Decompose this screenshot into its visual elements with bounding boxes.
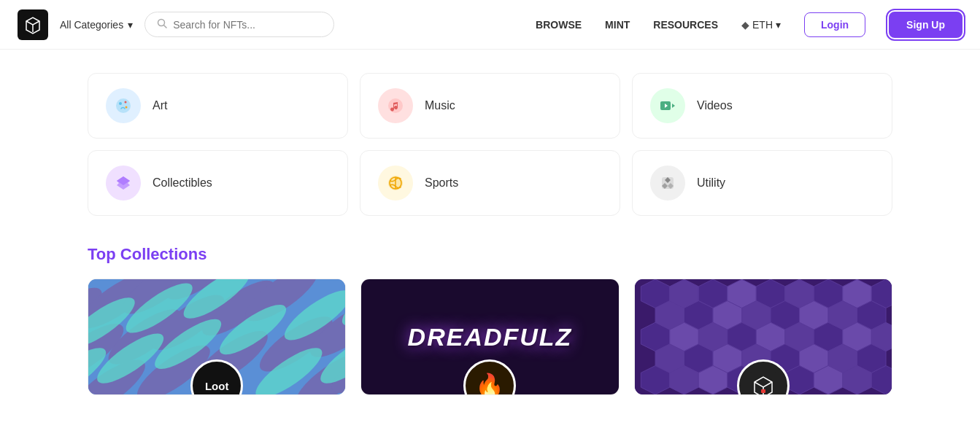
eth-selector[interactable]: ◆ ETH ▾ <box>741 19 781 31</box>
music-icon <box>378 88 413 123</box>
nav-resources[interactable]: RESOURCES <box>653 19 718 31</box>
header: All Categories ▾ BROWSE MINT RESOURCES ◆… <box>0 0 980 50</box>
eth-diamond-icon: ◆ <box>741 19 749 31</box>
chevron-down-icon: ▾ <box>128 19 133 31</box>
signup-button[interactable]: Sign Up <box>889 12 962 38</box>
svg-point-5 <box>119 102 122 105</box>
collectibles-label: Collectibles <box>153 176 212 190</box>
collection-loot[interactable]: Loot <box>88 279 346 395</box>
search-input[interactable] <box>173 19 322 31</box>
art-icon <box>106 88 141 123</box>
collection-dreadfulz[interactable]: DREADFULZ 🔥 <box>360 279 619 395</box>
collection-purple[interactable] <box>634 279 892 395</box>
svg-line-3 <box>164 26 167 28</box>
collections-grid: Loot DREADFULZ 🔥 <box>88 279 892 395</box>
main-content: Art Music Videos Collectibles <box>0 50 980 419</box>
category-collectibles[interactable]: Collectibles <box>88 150 348 216</box>
search-bar <box>144 12 334 37</box>
all-categories-button[interactable]: All Categories ▾ <box>60 19 133 31</box>
utility-icon <box>650 166 685 201</box>
svg-point-4 <box>116 98 131 113</box>
section-title-static: Top <box>88 245 116 263</box>
categories-label: All Categories <box>60 19 123 31</box>
category-sports[interactable]: Sports <box>360 150 620 216</box>
collectibles-icon <box>106 166 141 201</box>
art-label: Art <box>153 99 167 112</box>
category-art[interactable]: Art <box>88 73 348 139</box>
category-utility[interactable]: Utility <box>632 150 892 216</box>
videos-label: Videos <box>697 99 733 112</box>
search-icon <box>157 18 167 31</box>
svg-point-7 <box>126 106 128 109</box>
category-videos[interactable]: Videos <box>632 73 892 139</box>
section-title: Top Collections <box>88 245 892 264</box>
nav-links: BROWSE MINT RESOURCES ◆ ETH ▾ Login Sign… <box>536 12 962 38</box>
svg-point-8 <box>388 98 403 113</box>
category-music[interactable]: Music <box>360 73 620 139</box>
videos-icon <box>650 88 685 123</box>
sports-label: Sports <box>425 176 458 190</box>
svg-marker-10 <box>672 104 675 108</box>
logo[interactable] <box>18 9 48 40</box>
svg-point-6 <box>125 101 127 104</box>
eth-label: ETH <box>752 19 773 31</box>
top-collections-section: Top Collections <box>88 245 892 395</box>
eth-chevron-icon: ▾ <box>776 19 781 31</box>
svg-rect-91 <box>761 389 765 393</box>
sports-icon <box>378 166 413 201</box>
dreadfulz-title: DREADFULZ <box>408 323 573 351</box>
nav-browse[interactable]: BROWSE <box>536 19 582 31</box>
utility-label: Utility <box>697 176 725 190</box>
music-label: Music <box>425 99 455 112</box>
login-button[interactable]: Login <box>804 12 865 37</box>
categories-grid: Art Music Videos Collectibles <box>88 73 892 216</box>
nav-mint[interactable]: MINT <box>605 19 630 31</box>
section-title-accent: Collections <box>120 245 207 263</box>
